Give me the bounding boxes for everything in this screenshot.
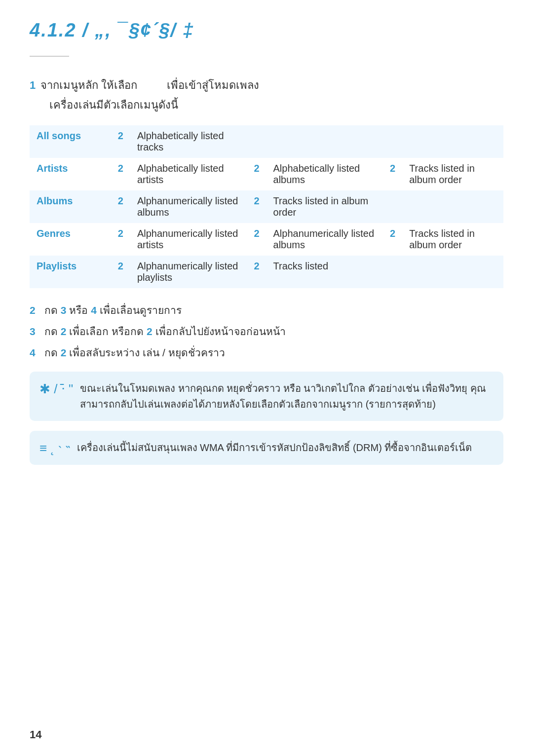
table-cell-num1: 2 [111,190,130,223]
section-divider [30,56,69,57]
table-cell-desc1: Alphanumerically listed artists [130,223,247,256]
table-cell-desc2: Tracks listed [266,256,383,288]
warning-text-1: เครื่องเล่นนี้ไม่สนับสนุนเพลง WMA ที่มีก… [77,440,472,455]
table-cell-num1: 2 [111,125,130,158]
table-cell-menu: Genres [30,223,111,256]
table-cell-num3: 2 [382,158,402,190]
instruction-item: 4กด 2 เพื่อสลับระหว่าง เล่น / หยุดชั่วคร… [30,344,503,361]
step1-text-after: เพื่อเข้าสู่โหมดเพลง [167,76,259,94]
table-cell-desc1: Alphanumerically listed albums [130,190,247,223]
instruction-list: 2กด 3 หรือ 4 เพื่อเลื่อนดูรายการ3กด 2 เพ… [30,302,503,361]
table-row: Artists2Alphabetically listed artists2Al… [30,158,503,190]
menu-table: All songs2Alphabetically listed tracksAr… [30,125,503,288]
table-cell-desc2: Alphanumerically listed albums [266,223,383,256]
warning-icon-1: ≡ ˛ ˴ ˵ [39,441,70,456]
table-cell-num2 [246,125,266,158]
table-cell-menu: Albums [30,190,111,223]
table-cell-num3: 2 [382,223,402,256]
table-cell-desc1: Alphabetically listed artists [130,158,247,190]
page-header: 4.1.2 / „, ¯§¢´§/ ‡ [30,20,503,41]
table-cell-num2: 2 [246,223,266,256]
table-cell-desc3 [402,256,503,288]
instruction-number: 2 [30,304,44,316]
table-cell-num1: 2 [111,158,130,190]
table-row: All songs2Alphabetically listed tracks [30,125,503,158]
warning-box-1: ≡ ˛ ˴ ˵ เครื่องเล่นนี้ไม่สนับสนุนเพลง WM… [30,431,503,465]
highlight-span-2: 2 [147,326,152,337]
table-cell-desc3 [402,125,503,158]
page-number: 14 [30,728,41,741]
table-cell-num2: 2 [246,158,266,190]
step1-number: 1 [30,79,36,92]
instruction-text: กด 2 เพื่อสลับระหว่าง เล่น / หยุดชั่วครา… [44,344,225,361]
highlight-span: 3 [61,304,67,316]
note-icon-1: ✱ / ·̄ " [39,381,73,397]
table-cell-num2: 2 [246,190,266,223]
table-row: Genres2Alphanumerically listed artists2A… [30,223,503,256]
note-box-1: ✱ / ·̄ " ขณะเล่นในโหมดเพลง หากคุณกด หยุด… [30,372,503,421]
highlight-span: 2 [61,347,67,358]
instruction-number: 4 [30,347,44,359]
instruction-text: กด 2 เพื่อเลือก หรือกด 2 เพื่อกลับไปยังห… [44,323,286,340]
step1-subtext: เครื่องเล่นมีตัวเลือกเมนูดังนี้ [49,96,503,113]
table-cell-desc2 [266,125,383,158]
table-cell-desc2: Alphabetically listed albums [266,158,383,190]
step1-text-before: จากเมนูหลัก ให้เลือก [40,76,137,94]
table-cell-num3 [382,190,402,223]
table-cell-num3 [382,125,402,158]
table-cell-desc3: Tracks listed in album order [402,158,503,190]
table-cell-num2: 2 [246,256,266,288]
chapter-title: 4.1.2 / „, ¯§¢´§/ ‡ [30,20,503,41]
highlight-span: 2 [61,326,67,337]
table-cell-desc2: Tracks listed in album order [266,190,383,223]
instruction-number: 3 [30,326,44,338]
table-row: Albums2Alphanumerically listed albums2Tr… [30,190,503,223]
instruction-item: 3กด 2 เพื่อเลือก หรือกด 2 เพื่อกลับไปยัง… [30,323,503,340]
table-row: Playlists2Alphanumerically listed playli… [30,256,503,288]
table-cell-menu: All songs [30,125,111,158]
step1-line: 1 จากเมนูหลัก ให้เลือก เพื่อเข้าสู่โหมดเ… [30,76,503,94]
highlight-span-2: 4 [91,304,97,316]
note-text-1: ขณะเล่นในโหมดเพลง หากคุณกด หยุดชั่วคราว … [80,380,494,412]
table-cell-desc1: Alphabetically listed tracks [130,125,247,158]
table-cell-desc3: Tracks listed in album order [402,223,503,256]
table-cell-num1: 2 [111,256,130,288]
table-cell-menu: Artists [30,158,111,190]
instruction-text: กด 3 หรือ 4 เพื่อเลื่อนดูรายการ [44,302,182,318]
table-cell-menu: Playlists [30,256,111,288]
table-cell-num1: 2 [111,223,130,256]
instruction-item: 2กด 3 หรือ 4 เพื่อเลื่อนดูรายการ [30,302,503,318]
table-cell-desc1: Alphanumerically listed playlists [130,256,247,288]
table-cell-desc3 [402,190,503,223]
table-cell-num3 [382,256,402,288]
